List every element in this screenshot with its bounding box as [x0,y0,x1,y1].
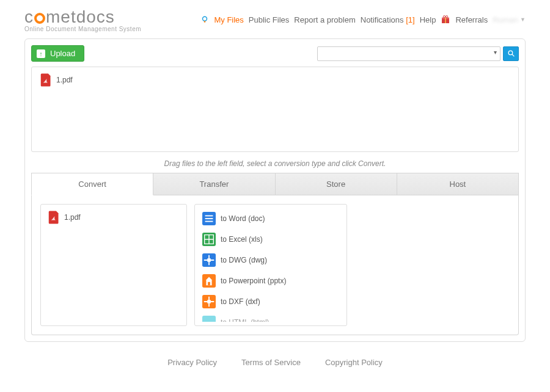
svg-rect-19 [207,258,211,262]
tabs: Convert Transfer Store Host [31,173,519,195]
search-input[interactable] [317,46,501,61]
svg-rect-25 [207,300,211,303]
nav-public-files[interactable]: Public Files [249,15,289,24]
conversion-list[interactable]: to Word (doc) to Excel (xls) to DWG (dwg… [199,208,343,322]
conversion-formats-panel: to Word (doc) to Excel (xls) to DWG (dwg… [194,204,347,326]
powerpoint-icon [202,274,216,288]
dxf-icon [202,295,216,308]
svg-point-5 [444,16,446,18]
format-label: to DXF (dxf) [221,297,260,306]
footer-copyright[interactable]: Copyright Policy [325,358,383,367]
dwg-icon [202,253,216,267]
footer-terms[interactable]: Terms of Service [241,358,301,367]
footer-privacy[interactable]: Privacy Policy [167,358,217,367]
nav-notifications[interactable]: Notifications [1] [361,15,415,24]
svg-line-8 [512,54,514,56]
nav-report-problem[interactable]: Report a problem [294,15,355,24]
user-menu[interactable]: Roman ▼ [493,15,526,24]
tab-convert[interactable]: Convert [31,173,153,195]
top-nav: My Files Public Files Report a problem N… [200,7,526,24]
svg-rect-11 [205,218,213,219]
file-name: 1.pdf [56,76,73,84]
tab-host[interactable]: Host [397,173,519,195]
file-drop-zone[interactable]: 1.pdf [31,67,519,152]
user-name: Roman [493,15,518,24]
svg-rect-21 [208,282,210,286]
notification-count: [1] [406,15,414,24]
nav-my-files[interactable]: My Files [214,15,243,24]
tab-store[interactable]: Store [276,173,397,195]
format-dxf[interactable]: to DXF (dxf) [199,291,343,312]
upload-arrow-icon: ↑ [37,49,45,58]
search-button[interactable] [503,46,519,61]
format-label: to HTML (html) [221,318,270,322]
format-excel[interactable]: to Excel (xls) [199,229,343,250]
footer: Privacy Policy Terms of Service Copyrigh… [0,349,550,382]
format-html[interactable]: to HTML (html) [199,312,343,322]
html-icon [202,316,216,322]
format-dwg[interactable]: to DWG (dwg) [199,250,343,270]
format-label: to Word (doc) [221,214,265,223]
main-card: ↑ Upload 1.pdf Drag files to the left fi… [24,38,526,342]
gift-icon [441,15,450,24]
format-word[interactable]: to Word (doc) [199,208,343,229]
svg-rect-1 [204,21,205,22]
file-name: 1.pdf [64,213,81,222]
svg-point-6 [446,16,448,18]
tab-body-convert: 1.pdf to Word (doc) to Excel (xls) to DW… [31,195,519,335]
svg-point-7 [508,51,513,55]
file-item[interactable]: 1.pdf [40,73,510,87]
tagline: Online Document Management System [24,26,141,32]
logo[interactable]: cmetdocs Online Document Management Syst… [24,7,141,32]
tab-transfer[interactable]: Transfer [153,173,275,195]
search-icon [507,49,515,57]
word-icon [202,212,216,225]
nav-notifications-label: Notifications [361,15,404,24]
search-dropdown[interactable] [317,46,501,61]
file-item[interactable]: 1.pdf [48,211,179,224]
pdf-icon [40,73,51,87]
svg-point-0 [203,16,207,21]
caret-down-icon: ▼ [520,16,526,23]
format-label: to DWG (dwg) [221,256,267,264]
nav-referrals[interactable]: Referrals [455,15,488,24]
excel-icon [202,233,216,246]
svg-rect-12 [205,221,213,222]
hint-text: Drag files to the left field, select a c… [31,159,519,168]
upload-label: Upload [50,49,75,58]
selected-files-panel[interactable]: 1.pdf [40,204,187,326]
svg-rect-10 [205,216,213,217]
svg-rect-4 [446,18,446,23]
format-powerpoint[interactable]: to Powerpoint (pptx) [199,270,343,291]
format-label: to Excel (xls) [221,235,263,244]
nav-help[interactable]: Help [420,15,436,24]
pdf-icon [48,211,59,224]
format-label: to Powerpoint (pptx) [221,277,286,285]
lightbulb-icon [200,15,209,24]
svg-rect-26 [202,316,216,322]
upload-button[interactable]: ↑ Upload [31,45,84,62]
